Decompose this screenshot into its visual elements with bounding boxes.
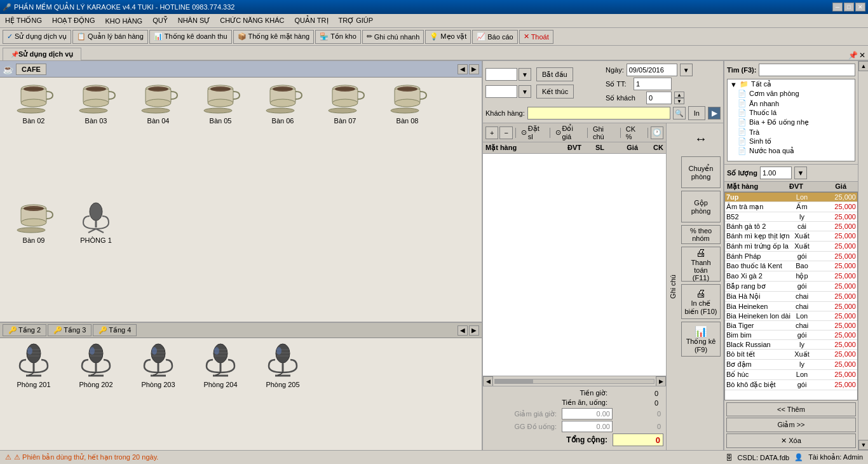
tree-item-com-van-phong[interactable]: 📄 Cơm văn phòng bbox=[728, 89, 855, 99]
scroll-left-button[interactable]: ◀ bbox=[483, 376, 493, 386]
scroll-down-button[interactable]: ▼ bbox=[858, 440, 868, 450]
tree-item-tra[interactable]: 📄 Trà bbox=[728, 127, 855, 137]
room-item[interactable]: Phòng 201 bbox=[5, 343, 62, 388]
tree-item-tat-ca[interactable]: ▼ 📁 Tất cả bbox=[728, 79, 855, 89]
ck-percent-button[interactable]: CK % bbox=[623, 125, 645, 140]
table-item[interactable]: Bàn 08 bbox=[379, 83, 436, 197]
ket-thuc-button[interactable]: Kết thúc bbox=[536, 85, 574, 99]
product-row[interactable]: B52ly25,000 bbox=[725, 212, 857, 222]
table-item[interactable]: PHÒNG 1 bbox=[67, 202, 125, 317]
toolbar-ghi-chu-nhanh[interactable]: ✏ Ghi chú nhanh bbox=[362, 30, 424, 44]
product-row[interactable]: Bò khô đặc biệtgói25,000 bbox=[725, 380, 857, 390]
time-input-2[interactable] bbox=[485, 85, 517, 98]
product-row[interactable]: Bia Hà Nộichai25,000 bbox=[725, 292, 857, 302]
date-input[interactable] bbox=[627, 64, 677, 76]
product-row[interactable]: 7upLon25,000 bbox=[725, 193, 857, 202]
toolbar-ton-kho[interactable]: 🏪 Tồn kho bbox=[315, 30, 361, 44]
dat-sl-button[interactable]: ⊙ Đặt sl bbox=[519, 125, 547, 140]
bat-dau-button[interactable]: Bắt đầu bbox=[536, 67, 573, 81]
product-row[interactable]: Bánh mì trứng ốp laXuất25,000 bbox=[725, 242, 857, 252]
menu-chuc-nang-khac[interactable]: CHỨC NĂNG KHÁC bbox=[215, 15, 289, 26]
menu-kho-hang[interactable]: KHO HÀNG bbox=[100, 16, 148, 26]
table-item[interactable]: Bàn 03 bbox=[67, 83, 125, 197]
room-item[interactable]: Phòng 204 bbox=[192, 343, 249, 388]
sokhach-input[interactable] bbox=[646, 92, 672, 104]
khachhang-input[interactable] bbox=[527, 107, 670, 119]
product-row[interactable]: Bắp rang bơgói25,000 bbox=[725, 282, 857, 292]
product-row[interactable]: Ấm trà mạnẤm25,000 bbox=[725, 202, 857, 212]
close-button[interactable]: ✕ bbox=[855, 3, 865, 11]
toolbar-su-dung-dich-vu[interactable]: ✓ Sử dụng dịch vụ bbox=[3, 30, 71, 44]
giam-button[interactable]: Giảm >> bbox=[726, 418, 856, 432]
menu-he-thong[interactable]: HỆ THỐNG bbox=[0, 15, 47, 26]
thanh-toan-button[interactable]: 🖨 Thanh toán (F11) bbox=[681, 247, 721, 282]
toolbar-meo-vat[interactable]: 💡 Mẹo vặt bbox=[425, 30, 471, 44]
toolbar-quan-ly-ban-hang[interactable]: 📋 Quản lý bán hàng bbox=[72, 30, 148, 44]
table-item[interactable]: Bàn 09 bbox=[5, 202, 62, 317]
product-row[interactable]: Bim bimgói25,000 bbox=[725, 331, 857, 340]
floor-tab-tang3[interactable]: 🔑 Tầng 3 bbox=[48, 324, 92, 336]
tree-item-an-nhanh[interactable]: 📄 Ăn nhanh bbox=[728, 99, 855, 108]
khachhang-search[interactable]: 🔍 bbox=[673, 107, 686, 119]
date-dropdown[interactable]: ▼ bbox=[680, 64, 693, 76]
table-item[interactable]: Bàn 02 bbox=[5, 83, 62, 197]
product-row[interactable]: Bia Heineken lon dàiLon25,000 bbox=[725, 311, 857, 321]
cafe-nav-prev[interactable]: ◀ bbox=[458, 64, 468, 74]
sokhach-up[interactable]: ▲ bbox=[674, 92, 684, 98]
add-item-button[interactable]: + bbox=[485, 126, 498, 139]
pin-tab-icon[interactable]: 📌 bbox=[848, 51, 858, 60]
scroll-up-button[interactable]: ▲ bbox=[858, 61, 868, 71]
cafe-tab[interactable]: CAFE bbox=[16, 64, 46, 75]
room-item[interactable]: Phòng 202 bbox=[67, 343, 125, 388]
tree-item-sinh-to[interactable]: 📄 Sinh tố bbox=[728, 137, 855, 146]
product-row[interactable]: Bánh Phápgói25,000 bbox=[725, 252, 857, 261]
table-item[interactable]: Bàn 04 bbox=[130, 83, 187, 197]
scroll-right-button[interactable]: ▶ bbox=[656, 376, 666, 386]
toolbar-thong-ke-doanh-thu[interactable]: 📊 Thống kê doanh thu bbox=[149, 30, 232, 44]
menu-hoat-dong[interactable]: HOẠT ĐỘNG bbox=[47, 15, 100, 26]
room-item[interactable]: Phòng 205 bbox=[254, 343, 311, 388]
gop-phong-button[interactable]: Gộp phòng bbox=[681, 191, 721, 222]
product-row[interactable]: Bao thuốc lá KentBao25,000 bbox=[725, 261, 857, 271]
table-item[interactable]: Bàn 06 bbox=[254, 83, 311, 197]
time-dropdown-1[interactable]: ▼ bbox=[519, 68, 531, 81]
in-next-button[interactable]: ▶ bbox=[708, 107, 721, 119]
in-che-bien-button[interactable]: 🖨 In chế biến (F10) bbox=[681, 284, 721, 319]
product-row[interactable]: Bánh gà tô 2cái25,000 bbox=[725, 222, 857, 231]
remove-item-button[interactable]: − bbox=[499, 126, 512, 139]
tree-item-nuoc-hoa-qua[interactable]: 📄 Nước hoa quả bbox=[728, 146, 855, 156]
floor-tab-tang2[interactable]: 🔑 Tầng 2 bbox=[3, 324, 46, 336]
qty-dropdown[interactable]: ▼ bbox=[794, 167, 807, 179]
time-input-1[interactable] bbox=[485, 68, 517, 81]
menu-tro-giup[interactable]: TRỢ GIÚP bbox=[334, 15, 379, 26]
product-row[interactable]: Bơ đậmly25,000 bbox=[725, 360, 857, 370]
floor-nav-next[interactable]: ▶ bbox=[469, 325, 479, 336]
sott-input[interactable] bbox=[634, 78, 672, 90]
xoa-button[interactable]: ✕ Xóa bbox=[726, 433, 856, 448]
tree-item-thuoc-la[interactable]: 📄 Thuốc lá bbox=[728, 108, 855, 118]
product-row[interactable]: Bia Tigerchai25,000 bbox=[725, 321, 857, 331]
doi-gia-button[interactable]: ⊙ Đổi giá bbox=[553, 125, 585, 140]
cafe-nav-next[interactable]: ▶ bbox=[469, 64, 479, 74]
clock-button[interactable]: 🕐 bbox=[651, 126, 663, 139]
room-item[interactable]: Phòng 203 bbox=[130, 343, 187, 388]
menu-quy[interactable]: QUỸ bbox=[147, 15, 173, 26]
maximize-button[interactable]: □ bbox=[844, 3, 854, 11]
menu-nhan-su[interactable]: NHÂN SỰ bbox=[173, 15, 215, 26]
order-horiz-scroll[interactable]: ◀ ▶ bbox=[483, 376, 666, 386]
ghi-chu-order-button[interactable]: Ghi chú bbox=[590, 125, 618, 140]
search-input[interactable] bbox=[759, 64, 855, 76]
toolbar-bao-cao[interactable]: 📈 Báo cáo bbox=[472, 30, 517, 44]
qty-input[interactable] bbox=[760, 167, 792, 179]
in-button[interactable]: In bbox=[688, 106, 705, 120]
menu-quan-tri[interactable]: QUẢN TRỊ bbox=[290, 15, 334, 26]
tree-item-bia-do-uong[interactable]: 📄 Bia + Đồ uống nhẹ bbox=[728, 118, 855, 127]
product-row[interactable]: Bò bít tếtXuất25,000 bbox=[725, 350, 857, 360]
floor-tab-tang4[interactable]: 🔑 Tầng 4 bbox=[93, 324, 137, 336]
sokhach-down[interactable]: ▼ bbox=[674, 98, 684, 104]
close-tab-button[interactable]: ✕ bbox=[859, 51, 865, 60]
scroll-thumb[interactable] bbox=[495, 379, 533, 383]
table-item[interactable]: Bàn 07 bbox=[316, 83, 374, 197]
product-row[interactable]: Bia Heinekenchai25,000 bbox=[725, 302, 857, 311]
product-row[interactable]: Bổ húcLon25,000 bbox=[725, 370, 857, 380]
